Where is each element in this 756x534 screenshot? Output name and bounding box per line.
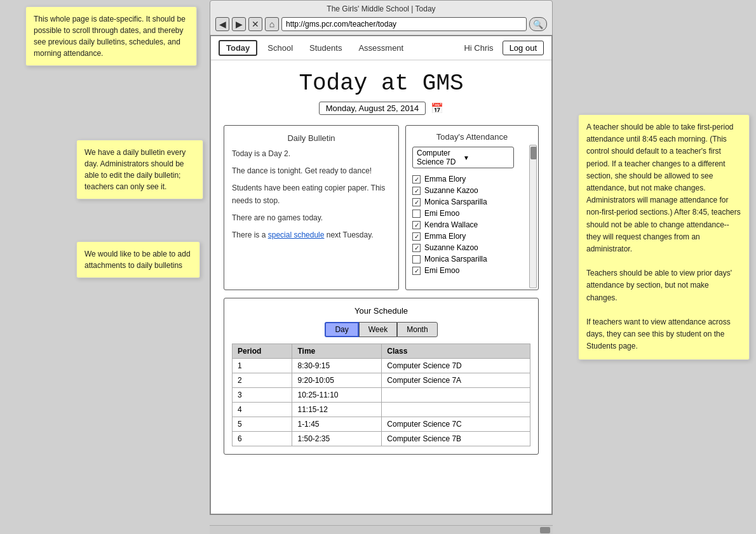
student-name: Emma Elory bbox=[424, 175, 466, 184]
bulletin-content: Today is a Day 2. The dance is tonight. … bbox=[232, 148, 391, 241]
table-row: 51-1:45Computer Science 7C bbox=[233, 417, 530, 432]
student-checkbox[interactable] bbox=[412, 210, 421, 218]
student-name: Emi Emoo bbox=[424, 266, 459, 275]
browser-scrollbar[interactable] bbox=[210, 525, 553, 534]
student-item: ✓Kendra Wallace bbox=[412, 219, 532, 230]
bulletin-line1: Today is a Day 2. bbox=[232, 148, 391, 160]
cell-period: 4 bbox=[233, 403, 292, 417]
bulletin-line5-before: There is a bbox=[232, 230, 268, 239]
student-name: Suzanne Kazoo bbox=[424, 186, 478, 195]
student-name: Monica Sarsparilla bbox=[424, 255, 487, 264]
cell-period: 3 bbox=[233, 388, 292, 403]
nav-bar: Today School Students Assessment Hi Chri… bbox=[211, 36, 551, 60]
student-checkbox[interactable]: ✓ bbox=[412, 187, 421, 195]
nav-school[interactable]: School bbox=[261, 41, 299, 55]
student-name: Emi Emoo bbox=[424, 209, 459, 218]
sticky-note-mid-left: We have a daily bulletin every day. Admi… bbox=[76, 140, 203, 199]
cell-time: 8:30-9:15 bbox=[292, 359, 382, 373]
attendance-title: Today's Attendance bbox=[412, 132, 532, 142]
view-tab-day[interactable]: Day bbox=[325, 322, 358, 337]
date-display: Monday, August 25, 2014 bbox=[319, 102, 426, 115]
student-checkbox[interactable]: ✓ bbox=[412, 198, 421, 206]
student-checkbox[interactable]: ✓ bbox=[412, 232, 421, 241]
cell-class: Computer Science 7A bbox=[382, 373, 530, 388]
table-header-row: PeriodTimeClass bbox=[233, 344, 530, 359]
sticky-note-top-left: This whole page is date-specific. It sho… bbox=[25, 6, 197, 66]
student-item: ✓Monica Sarsparilla bbox=[412, 196, 532, 208]
special-schedule-link[interactable]: special schedule bbox=[268, 230, 325, 239]
col-header-period: Period bbox=[233, 344, 292, 359]
nav-students[interactable]: Students bbox=[303, 41, 348, 55]
table-row: 29:20-10:05Computer Science 7A bbox=[233, 373, 530, 388]
page-content: Today at GMS Monday, August 25, 2014 📅 D… bbox=[211, 60, 551, 510]
bulletin-title: Daily Bulletin bbox=[232, 133, 391, 143]
greeting-text: Hi Chris bbox=[464, 43, 493, 53]
browser-title: The Girls' Middle School | Today bbox=[215, 4, 547, 13]
nav-assessment[interactable]: Assessment bbox=[352, 41, 410, 55]
bulletin-line3: Students have been eating copier paper. … bbox=[232, 182, 391, 206]
bulletin-line4: There are no games today. bbox=[232, 212, 391, 224]
back-button[interactable]: ◀ bbox=[215, 17, 229, 31]
sticky-note-right: A teacher should be able to take first-p… bbox=[578, 114, 750, 360]
student-name: Emma Elory bbox=[424, 232, 466, 241]
nav-today[interactable]: Today bbox=[219, 40, 257, 56]
browser-toolbar: ◀ ▶ ✕ ⌂ 🔍 bbox=[215, 17, 547, 31]
cell-class bbox=[382, 403, 530, 417]
cell-class: Computer Science 7D bbox=[382, 359, 530, 373]
student-checkbox[interactable]: ✓ bbox=[412, 244, 421, 252]
class-selector[interactable]: Computer Science 7D ▼ bbox=[412, 147, 514, 168]
cell-class: Computer Science 7B bbox=[382, 432, 530, 446]
view-tabs: DayWeekMonth bbox=[232, 322, 530, 337]
cell-class bbox=[382, 388, 530, 403]
logout-button[interactable]: Log out bbox=[503, 41, 544, 55]
scrollbar-handle bbox=[540, 527, 550, 533]
dropdown-arrow-icon: ▼ bbox=[463, 154, 510, 161]
student-item: ✓Emma Elory bbox=[412, 173, 532, 185]
url-bar[interactable] bbox=[281, 17, 527, 31]
student-checkbox[interactable] bbox=[412, 255, 421, 264]
view-tab-month[interactable]: Month bbox=[397, 322, 437, 337]
student-checkbox[interactable]: ✓ bbox=[412, 221, 421, 229]
student-item: ✓Emma Elory bbox=[412, 230, 532, 242]
search-button[interactable]: 🔍 bbox=[529, 17, 547, 31]
bulletin-line5: There is a special schedule next Tuesday… bbox=[232, 229, 391, 241]
cell-time: 10:25-11:10 bbox=[292, 388, 382, 403]
table-row: 310:25-11:10 bbox=[233, 388, 530, 403]
browser-window: Today School Students Assessment Hi Chri… bbox=[210, 35, 553, 515]
date-bar: Monday, August 25, 2014 📅 bbox=[224, 102, 539, 115]
student-checkbox[interactable]: ✓ bbox=[412, 175, 421, 184]
col-header-time: Time bbox=[292, 344, 382, 359]
cell-period: 1 bbox=[233, 359, 292, 373]
forward-button[interactable]: ▶ bbox=[232, 17, 246, 31]
home-button[interactable]: ⌂ bbox=[265, 17, 279, 31]
bulletin-line2: The dance is tonight. Get ready to dance… bbox=[232, 165, 391, 177]
student-name: Kendra Wallace bbox=[424, 220, 478, 229]
scrollbar-thumb bbox=[530, 147, 537, 159]
student-name: Monica Sarsparilla bbox=[424, 197, 487, 206]
bulletin-line5-after: next Tuesday. bbox=[324, 230, 373, 239]
calendar-icon[interactable]: 📅 bbox=[431, 102, 443, 114]
page-title: Today at GMS bbox=[224, 70, 539, 97]
daily-bulletin: Daily Bulletin Today is a Day 2. The dan… bbox=[224, 125, 399, 290]
schedule-box: Your Schedule DayWeekMonth PeriodTimeCla… bbox=[224, 298, 539, 455]
close-button[interactable]: ✕ bbox=[248, 17, 262, 31]
attendance-scrollbar[interactable] bbox=[529, 145, 537, 288]
table-row: 18:30-9:15Computer Science 7D bbox=[233, 359, 530, 373]
student-item: Emi Emoo bbox=[412, 208, 532, 219]
table-row: 61:50-2:35Computer Science 7B bbox=[233, 432, 530, 446]
sticky-right-text: A teacher should be able to take first-p… bbox=[586, 123, 743, 350]
student-name: Suzanne Kazoo bbox=[424, 243, 478, 252]
sticky-top-left-text: This whole page is date-specific. It sho… bbox=[34, 15, 186, 58]
two-column-layout: Daily Bulletin Today is a Day 2. The dan… bbox=[224, 125, 539, 290]
col-header-class: Class bbox=[382, 344, 530, 359]
student-checkbox[interactable]: ✓ bbox=[412, 267, 421, 275]
sticky-mid-left-text: We have a daily bulletin every day. Admi… bbox=[84, 148, 186, 191]
student-item: ✓Emi Emoo bbox=[412, 265, 532, 276]
cell-time: 11:15-12 bbox=[292, 403, 382, 417]
class-selected-label: Computer Science 7D bbox=[417, 149, 463, 166]
table-row: 411:15-12 bbox=[233, 403, 530, 417]
cell-period: 6 bbox=[233, 432, 292, 446]
sticky-bot-left-text: We would like to be able to add attachme… bbox=[84, 250, 191, 270]
cell-period: 5 bbox=[233, 417, 292, 432]
view-tab-week[interactable]: Week bbox=[359, 322, 397, 337]
